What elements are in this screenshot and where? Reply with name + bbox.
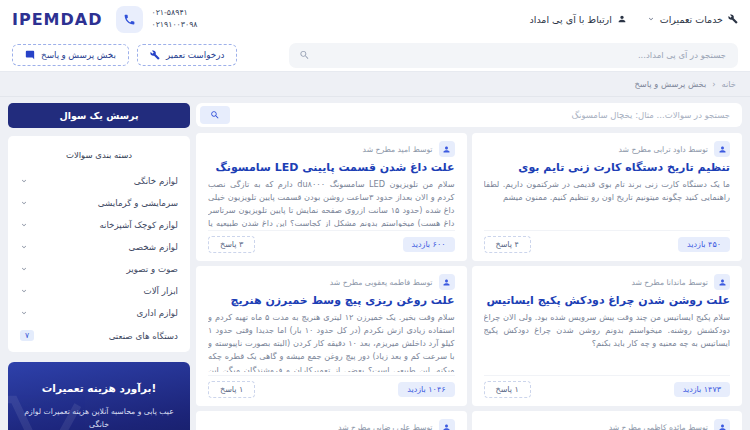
sidebar-item-personal[interactable]: لوازم شخصی: [8, 236, 190, 258]
question-title-link[interactable]: علت روغن ریزی پیچ وسط خمیرزن هنریچ: [208, 294, 455, 307]
question-excerpt: سلام من تلویزیون LED سامسونگ du۸۰۰۰ دارم…: [208, 178, 455, 227]
sidebar-item-cooling-heating[interactable]: سرمایشی و گرمایشی: [8, 192, 190, 214]
phone-number-2[interactable]: ۰۲۱۹۱۰۰۳۰۹۸: [151, 19, 197, 31]
question-excerpt: سلام وقت بخیر. یک خمیرزن ۱۲ لیتری هنریچ …: [208, 311, 455, 372]
chevron-down-icon: [647, 14, 655, 25]
header-toolbar: بخش پرسش و پاسخ درخواست تعمیر: [12, 38, 738, 72]
category-label: ابزار آلات: [143, 286, 178, 296]
question-search-input[interactable]: [196, 103, 742, 127]
chevron-down-icon: [20, 287, 28, 295]
category-label: لوازم خانگی: [134, 176, 178, 186]
breadcrumb-home[interactable]: خانه: [722, 79, 736, 89]
category-count-badge: ۷: [20, 330, 34, 341]
person-icon: [439, 141, 455, 157]
header: IPEMDAD ۰۲۱-۵۸۹۴۱ ۰۲۱۹۱۰۰۳۰۹۸ خدمات تعمی…: [0, 0, 750, 72]
views-badge: ۶۰۰ بازدید: [403, 237, 455, 252]
nav-item-repair-services[interactable]: خدمات تعمیرات: [647, 14, 738, 25]
nav-contact-label: ارتباط با آی پی امداد: [530, 14, 612, 25]
question-author: توسط امید مطرح شد: [363, 145, 433, 154]
sidebar-item-small-kitchen[interactable]: لوازم کوچک آشپزخانه: [8, 214, 190, 236]
category-label: لوازم اداری: [136, 308, 178, 318]
person-icon: [439, 419, 455, 430]
sidebar-item-home-appliances[interactable]: لوازم خانگی: [8, 170, 190, 192]
question-search-button[interactable]: [200, 106, 230, 124]
qa-section-button[interactable]: بخش پرسش و پاسخ: [12, 44, 129, 66]
ask-question-button[interactable]: پرسش یک سوال: [8, 103, 190, 128]
categories-title: دسته بندی سوالات: [8, 144, 190, 170]
question-author-row: توسط ماندانا مطرح شد: [484, 274, 731, 290]
question-excerpt: سلام پکیج ایساتیس من چند وقت پیش سرویس ش…: [484, 311, 731, 372]
question-footer: ۶۰۰ بازدید ۳ پاسخ: [208, 230, 455, 253]
cart-icon: [8, 388, 92, 430]
person-icon: [714, 419, 730, 430]
brand-logo[interactable]: IPEMDAD: [12, 10, 102, 29]
breadcrumb-current: بخش پرسش و پاسخ: [635, 79, 707, 89]
category-label: لوازم کوچک آشپزخانه: [99, 220, 178, 230]
question-title-link[interactable]: علت روشن شدن چراغ دودکش پکیج ایساتیس: [484, 294, 731, 307]
category-label: لوازم شخصی: [128, 242, 178, 252]
question-author: توسط مائده کاظمی مطرح شد: [609, 423, 708, 430]
answers-button[interactable]: ۳ پاسخ: [208, 236, 255, 253]
sidebar-item-office[interactable]: لوازم اداری: [8, 302, 190, 324]
answers-button[interactable]: ۱ پاسخ: [484, 381, 531, 398]
question-card: توسط ماندانا مطرح شد علت روشن شدن چراغ د…: [472, 266, 743, 406]
question-author: توسط فاطمه یعقوبی مطرح شد: [330, 278, 433, 287]
categories-card: دسته بندی سوالات لوازم خانگی سرمایشی و گ…: [8, 136, 190, 352]
question-title-link[interactable]: تنظیم تاریخ دستگاه کارت زنی تایم بوی: [484, 161, 731, 174]
phone-number-1[interactable]: ۰۲۱-۵۸۹۴۱: [151, 7, 197, 19]
person-icon: [714, 274, 730, 290]
questions-main: توسط داود ترابی مطرح شد تنظیم تاریخ دستگ…: [196, 103, 742, 430]
search-icon: [299, 50, 310, 61]
phone-numbers: ۰۲۱-۵۸۹۴۱ ۰۲۱۹۱۰۰۳۰۹۸: [151, 7, 197, 32]
repair-request-label: درخواست تعمیر: [166, 50, 224, 60]
cost-estimate-promo[interactable]: برآورد هزینه تعمیرات! عیب یابی و محاسبه …: [8, 362, 190, 430]
page-content: پرسش یک سوال دسته بندی سوالات لوازم خانگ…: [0, 97, 750, 430]
question-excerpt: ما یک دستگاه کارت زنی برند تام بوی قدیمی…: [484, 178, 731, 227]
question-cards-grid: توسط داود ترابی مطرح شد تنظیم تاریخ دستگ…: [196, 133, 742, 430]
question-card: توسط علی رضایی مطرح شد: [196, 411, 467, 430]
repair-request-button[interactable]: درخواست تعمیر: [137, 44, 237, 66]
question-author: توسط داود ترابی مطرح شد: [619, 145, 709, 154]
question-author: توسط علی رضایی مطرح شد: [338, 423, 432, 430]
sidebar-item-industrial[interactable]: دستگاه های صنعتی ۷: [8, 324, 190, 347]
site-search: [289, 43, 738, 68]
chevron-down-icon: [20, 199, 28, 207]
question-author: توسط ماندانا مطرح شد: [631, 278, 708, 287]
question-author-row: توسط داود ترابی مطرح شد: [484, 141, 731, 157]
nav-services-label: خدمات تعمیرات: [660, 14, 723, 25]
breadcrumb-separator-icon: ‹: [712, 79, 715, 89]
question-search: [196, 103, 742, 127]
chevron-down-icon: [20, 265, 28, 273]
question-footer: ۱۰۴۶ بازدید ۱ پاسخ: [208, 375, 455, 398]
person-icon: [714, 141, 730, 157]
sidebar-item-audio-video[interactable]: صوت و تصویر: [8, 258, 190, 280]
question-title-link[interactable]: علت داغ شدن قسمت پایینی LED سامسونگ: [208, 161, 455, 174]
top-navigation: خدمات تعمیرات ارتباط با آی پی امداد: [530, 14, 738, 25]
phone-icon: [116, 6, 143, 33]
qa-section-label: بخش پرسش و پاسخ: [41, 50, 116, 60]
person-icon: [617, 14, 627, 24]
question-footer: ۱۴۷۳ بازدید ۱ پاسخ: [484, 375, 731, 398]
chevron-down-icon: [20, 177, 28, 185]
answers-button[interactable]: ۴ پاسخ: [484, 236, 531, 253]
site-search-input[interactable]: [289, 43, 738, 68]
sidebar-item-tools[interactable]: ابزار آلات: [8, 280, 190, 302]
wrench-icon: [150, 50, 160, 60]
question-author-row: توسط فاطمه یعقوبی مطرح شد: [208, 274, 455, 290]
views-badge: ۴۵۰ بازدید: [678, 237, 730, 252]
category-label: صوت و تصویر: [127, 264, 178, 274]
chevron-down-icon: [20, 309, 28, 317]
sidebar: پرسش یک سوال دسته بندی سوالات لوازم خانگ…: [8, 103, 190, 430]
question-card: توسط مائده کاظمی مطرح شد: [472, 411, 743, 430]
question-author-row: توسط امید مطرح شد: [208, 141, 455, 157]
question-author-row: توسط مائده کاظمی مطرح شد: [484, 419, 731, 430]
chevron-down-icon: [20, 243, 28, 251]
wrench-icon: [728, 14, 738, 24]
search-icon: [210, 110, 220, 120]
nav-item-contact[interactable]: ارتباط با آی پی امداد: [530, 14, 627, 25]
person-icon: [439, 274, 455, 290]
question-card: توسط فاطمه یعقوبی مطرح شد علت روغن ریزی …: [196, 266, 467, 406]
answers-button[interactable]: ۱ پاسخ: [208, 381, 255, 398]
category-label: سرمایشی و گرمایشی: [98, 198, 178, 208]
question-footer: ۴۵۰ بازدید ۴ پاسخ: [484, 230, 731, 253]
